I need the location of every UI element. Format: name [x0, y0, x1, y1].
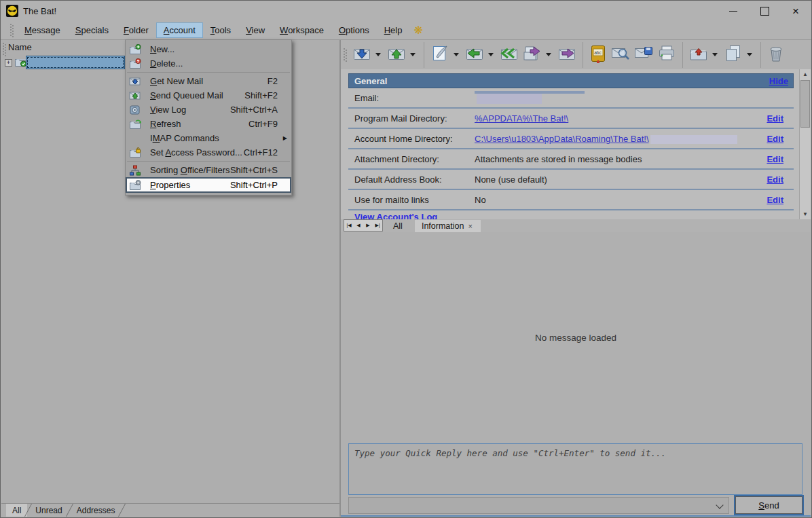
menu-item-delete[interactable]: Delete...: [126, 56, 291, 71]
send-queued-mail-dropdown-icon[interactable]: [410, 53, 416, 56]
quick-reply-input[interactable]: [348, 443, 802, 495]
reply-all-button[interactable]: [498, 43, 521, 67]
get-new-mail-button[interactable]: [350, 43, 373, 67]
print-button[interactable]: [655, 43, 678, 67]
edit-link-use-for-mailto-links[interactable]: Edit: [767, 195, 783, 205]
hide-link[interactable]: Hide: [769, 76, 788, 86]
property-row-attachment-directory: Attachment Directory:Attachments are sto…: [348, 149, 794, 170]
menubar-item-message[interactable]: Message: [17, 22, 68, 38]
send-button[interactable]: Send: [735, 496, 802, 514]
menubar-item-help[interactable]: Help: [377, 22, 410, 38]
preferences-icon[interactable]: ❋: [413, 24, 422, 37]
redirect-button[interactable]: [555, 43, 578, 67]
menu-item-view-log[interactable]: View LogShift+Ctrl+A: [126, 103, 291, 117]
menu-item-shortcut: Shift+Ctrl+S: [230, 165, 289, 175]
menubar-item-tools[interactable]: Tools: [203, 22, 238, 38]
scrollbar-thumb[interactable]: [800, 80, 810, 128]
account-dropdown-menu: New... Delete... Get New MailF2 Send Que…: [125, 39, 292, 196]
menubar-item-specials[interactable]: Specials: [68, 22, 116, 38]
menu-item-new[interactable]: New...: [126, 42, 291, 56]
menu-item-send-queued-mail[interactable]: Send Queued MailShift+F2: [126, 88, 291, 103]
menu-item-shortcut: Ctrl+F12: [244, 147, 289, 158]
general-section-header: General Hide: [348, 73, 794, 88]
folder-column-header[interactable]: Name: [8, 42, 32, 52]
forward-button[interactable]: [521, 43, 544, 67]
menubar-item-options[interactable]: Options: [331, 22, 377, 38]
folder-tab-unread[interactable]: Unread: [29, 504, 68, 517]
move-to-folder-button[interactable]: [687, 43, 710, 67]
edit-link-attachment-directory[interactable]: Edit: [767, 154, 783, 164]
account-pane-scrollbar[interactable]: ▲ ▼: [799, 69, 811, 219]
reply-button[interactable]: [463, 43, 486, 67]
first-message-button[interactable]: |◀: [344, 221, 354, 230]
menu-item-get-new-mail[interactable]: Get New MailF2: [126, 74, 291, 88]
close-tab-icon[interactable]: ×: [468, 222, 472, 230]
menu-item-set-access-password[interactable]: Set Access Password...Ctrl+F12: [126, 145, 291, 160]
menu-item-shortcut: Ctrl+F9: [248, 119, 289, 129]
menubar-item-view[interactable]: View: [238, 22, 272, 38]
menu-item-sorting-office-filters[interactable]: Sorting Office/FiltersShift+Ctrl+S: [126, 163, 291, 177]
send-queued-mail-button[interactable]: [385, 43, 408, 67]
property-value[interactable]: C:\Users\u1803\AppData\Roaming\The Bat!\: [475, 134, 737, 144]
menubar-item-account[interactable]: Account: [156, 22, 203, 38]
tree-expand-icon[interactable]: +: [5, 59, 12, 67]
menu-item-label: Sorting Office/Filters: [150, 165, 230, 175]
move-to-folder-dropdown-icon[interactable]: [712, 53, 718, 56]
print-icon: [657, 44, 677, 65]
quick-reply-template-combo[interactable]: [348, 497, 729, 514]
edit-link-program-mail-directory[interactable]: Edit: [767, 113, 783, 124]
new-message-dropdown-icon[interactable]: [454, 53, 459, 56]
submenu-arrow-icon: ▶: [283, 135, 287, 141]
next-message-button[interactable]: ▶: [363, 221, 373, 230]
search-button[interactable]: [609, 43, 632, 67]
scroll-up-icon[interactable]: ▲: [800, 69, 811, 79]
edit-link-default-address-book[interactable]: Edit: [767, 174, 783, 185]
menubar-item-folder[interactable]: Folder: [116, 22, 156, 38]
sorting-office-icon: [129, 165, 145, 176]
folder-tab-addresses[interactable]: Addresses: [71, 504, 122, 517]
envelope-redirect-icon: [557, 44, 577, 65]
refresh-icon: [129, 119, 145, 130]
edit-link-account-home-directory[interactable]: Edit: [767, 134, 783, 144]
redacted-value: [650, 135, 737, 144]
minimize-button[interactable]: [718, 1, 749, 21]
view-account-log-link[interactable]: View Account's Log: [354, 212, 437, 219]
toolbar-grip-icon[interactable]: [344, 48, 348, 62]
message-tab-information[interactable]: Information×: [415, 220, 481, 232]
menu-item-shortcut: Shift+Ctrl+P: [230, 180, 289, 190]
delete-button[interactable]: [765, 43, 787, 67]
maximize-button[interactable]: [749, 1, 780, 21]
folder-delete-icon: [129, 58, 145, 69]
menu-item-imap-commands[interactable]: IMAP Commands▶: [126, 131, 291, 145]
previous-message-button[interactable]: ◀: [354, 221, 363, 230]
new-message-button[interactable]: [428, 43, 451, 67]
forward-dropdown-icon[interactable]: [546, 53, 551, 56]
save-button[interactable]: [632, 43, 655, 67]
property-value[interactable]: %APPDATA%\The Bat!\: [475, 113, 568, 124]
copy-dropdown-icon[interactable]: [747, 53, 752, 56]
get-new-mail-dropdown-icon[interactable]: [375, 53, 381, 56]
property-label: Use for mailto links: [354, 195, 429, 205]
menu-item-refresh[interactable]: RefreshCtrl+F9: [126, 117, 291, 131]
message-tab-all[interactable]: All: [386, 220, 411, 232]
folder-tab-all[interactable]: All: [6, 504, 27, 517]
menu-item-label: View Log: [150, 105, 186, 115]
property-row-default-address-book: Default Address Book:None (use default)E…: [348, 170, 794, 190]
close-button[interactable]: ×: [780, 1, 811, 21]
menu-item-label: Properties: [150, 180, 190, 190]
copy-button[interactable]: [722, 43, 745, 67]
selected-account-redacted[interactable]: [26, 56, 125, 69]
envelope-reply-all-icon: [499, 44, 519, 65]
title-bar[interactable]: The Bat! ×: [1, 1, 811, 21]
menubar-item-workspace[interactable]: Workspace: [272, 22, 331, 38]
panel-grip-icon[interactable]: [3, 43, 7, 56]
last-message-button[interactable]: ▶|: [373, 221, 382, 230]
toolbar-grip-icon[interactable]: [10, 24, 14, 37]
general-section-title: General: [354, 76, 387, 86]
envelope-up-arrow-icon: [386, 44, 407, 65]
address-book-button[interactable]: abc: [587, 43, 609, 67]
menu-item-properties[interactable]: PropertiesShift+Ctrl+P: [126, 177, 291, 193]
scroll-down-icon[interactable]: ▼: [800, 209, 811, 219]
reply-dropdown-icon[interactable]: [488, 53, 494, 56]
menu-item-label: Set Access Password...: [150, 147, 242, 158]
